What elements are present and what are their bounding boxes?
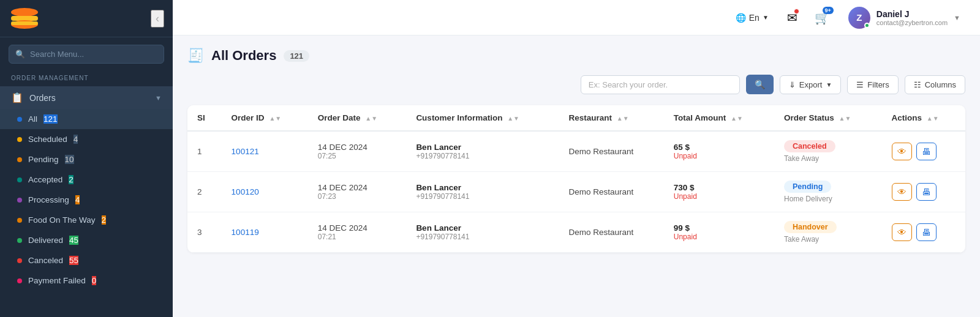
col-si: SI xyxy=(187,105,222,131)
cell-restaurant: Demo Restaurant xyxy=(559,131,664,172)
filters-button[interactable]: ☰ Filters xyxy=(847,75,898,94)
cell-order-date: 14 DEC 2024 07:21 xyxy=(308,212,407,253)
scheduled-label: Scheduled xyxy=(28,135,67,144)
delivered-badge: 45 xyxy=(69,236,78,245)
sidebar-item-pending[interactable]: Pending 10 xyxy=(0,149,173,170)
table-row: 1 100121 14 DEC 2024 07:25 Ben Lancer +9… xyxy=(187,131,965,172)
cart-button[interactable]: 🛒 9+ xyxy=(811,7,834,29)
canceled-label: Canceled xyxy=(28,256,63,265)
table-row: 2 100120 14 DEC 2024 07:23 Ben Lancer +9… xyxy=(187,172,965,212)
order-date-value: 14 DEC 2024 xyxy=(318,143,397,152)
cell-actions: 👁 🖶 xyxy=(882,172,965,212)
svg-rect-3 xyxy=(11,21,38,25)
sort-icon: ▲▼ xyxy=(617,115,629,122)
food-on-the-way-dot-icon xyxy=(17,218,22,223)
order-status-badge: Handover xyxy=(784,221,837,233)
order-time-value: 07:23 xyxy=(318,192,397,201)
user-menu[interactable]: Z Daniel J contact@zybertron.com ▼ xyxy=(843,4,965,31)
nav-orders-group: 📋 Orders ▼ All 121 Scheduled 4 Pending 1… xyxy=(0,84,173,293)
cell-actions: 👁 🖶 xyxy=(882,212,965,253)
delivered-dot-icon xyxy=(17,238,22,243)
col-restaurant: Restaurant ▲▼ xyxy=(559,105,664,131)
canceled-badge: 55 xyxy=(69,256,78,265)
print-order-button[interactable]: 🖶 xyxy=(916,143,937,160)
cell-order-id: 100120 xyxy=(222,172,308,212)
order-date-value: 14 DEC 2024 xyxy=(318,183,397,192)
sort-icon: ▲▼ xyxy=(839,115,851,122)
notifications-button[interactable]: ✉ xyxy=(783,7,801,29)
customer-phone: +919790778141 xyxy=(416,192,549,201)
search-menu-input[interactable] xyxy=(30,50,157,59)
order-id-link[interactable]: 100121 xyxy=(232,147,259,156)
print-order-button[interactable]: 🖶 xyxy=(916,223,937,241)
cell-order-id: 100121 xyxy=(222,131,308,172)
sidebar-item-canceled[interactable]: Canceled 55 xyxy=(0,250,173,270)
view-order-button[interactable]: 👁 xyxy=(892,223,912,241)
payment-status: Unpaid xyxy=(674,233,764,241)
svg-point-0 xyxy=(11,8,38,17)
cell-order-status: Pending Home Delivery xyxy=(774,172,882,212)
sidebar: ‹ 🔍 ORDER MANAGEMENT 📋 Orders ▼ All 121 … xyxy=(0,0,173,317)
view-order-button[interactable]: 👁 xyxy=(892,143,912,160)
sidebar-collapse-button[interactable]: ‹ xyxy=(151,10,164,28)
cell-order-status: Canceled Take Away xyxy=(774,131,882,172)
orders-icon: 📋 xyxy=(11,92,23,103)
sidebar-item-scheduled[interactable]: Scheduled 4 xyxy=(0,129,173,149)
cell-customer-info: Ben Lancer +919790778141 xyxy=(406,172,559,212)
search-icon: 🔍 xyxy=(15,50,25,59)
flag-icon: 🌐 xyxy=(736,13,746,23)
customer-name: Ben Lancer xyxy=(416,183,549,192)
print-order-button[interactable]: 🖶 xyxy=(916,183,937,201)
payment-failed-dot-icon xyxy=(17,278,22,283)
sidebar-header: ‹ xyxy=(0,0,173,37)
col-order-id: Order ID ▲▼ xyxy=(222,105,308,131)
sidebar-item-food-on-the-way[interactable]: Food On The Way 2 xyxy=(0,210,173,230)
sidebar-item-all[interactable]: All 121 xyxy=(0,109,173,129)
col-customer-info: Customer Information ▲▼ xyxy=(406,105,559,131)
canceled-dot-icon xyxy=(17,258,22,263)
cell-order-status: Handover Take Away xyxy=(774,212,882,253)
order-id-link[interactable]: 100119 xyxy=(232,228,259,237)
sidebar-item-processing[interactable]: Processing 4 xyxy=(0,190,173,210)
view-order-button[interactable]: 👁 xyxy=(892,183,912,201)
cell-order-date: 14 DEC 2024 07:25 xyxy=(308,131,407,172)
nav-item-orders[interactable]: 📋 Orders ▼ xyxy=(0,86,173,109)
customer-name: Ben Lancer xyxy=(416,143,549,152)
sidebar-item-delivered[interactable]: Delivered 45 xyxy=(0,230,173,250)
search-button[interactable]: 🔍 xyxy=(746,75,774,94)
order-time-value: 07:25 xyxy=(318,152,397,160)
user-info: Daniel J contact@zybertron.com xyxy=(876,9,948,26)
orders-table: SI Order ID ▲▼ Order Date ▲▼ Customer In… xyxy=(187,105,965,253)
cell-si: 3 xyxy=(187,212,222,253)
accepted-label: Accepted xyxy=(28,175,62,184)
user-name: Daniel J xyxy=(876,9,948,19)
order-id-link[interactable]: 100120 xyxy=(232,187,259,196)
cell-restaurant: Demo Restaurant xyxy=(559,172,664,212)
customer-name: Ben Lancer xyxy=(416,223,549,233)
cart-count-badge: 9+ xyxy=(823,7,834,14)
main-content: 🧾 All Orders 121 🔍 ⇓ Export ▼ ☰ Filters … xyxy=(173,35,980,317)
sort-icon: ▲▼ xyxy=(927,115,939,122)
filter-icon: ☰ xyxy=(856,80,864,89)
cell-order-id: 100119 xyxy=(222,212,308,253)
page-title: All Orders xyxy=(211,48,276,64)
delivery-type: Home Delivery xyxy=(784,195,872,203)
topbar: 🌐 En ▼ ✉ 🛒 9+ Z Daniel J contact@zybertr… xyxy=(173,0,980,35)
language-selector[interactable]: 🌐 En ▼ xyxy=(731,10,774,25)
order-search-input[interactable] xyxy=(589,80,732,89)
user-email: contact@zybertron.com xyxy=(876,19,948,26)
cell-si: 1 xyxy=(187,131,222,172)
cell-actions: 👁 🖶 xyxy=(882,131,965,172)
online-indicator xyxy=(864,23,870,28)
accepted-dot-icon xyxy=(17,177,22,182)
columns-button[interactable]: ☷ Columns xyxy=(905,75,965,94)
sidebar-item-accepted[interactable]: Accepted 2 xyxy=(0,170,173,190)
page-header: 🧾 All Orders 121 xyxy=(187,48,965,64)
sidebar-item-payment-failed[interactable]: Payment Failed 0 xyxy=(0,270,173,291)
pending-dot-icon xyxy=(17,157,22,162)
order-time-value: 07:21 xyxy=(318,233,397,241)
processing-badge: 4 xyxy=(75,195,80,204)
export-button[interactable]: ⇓ Export ▼ xyxy=(780,75,841,94)
pending-badge: 10 xyxy=(65,155,74,164)
svg-rect-1 xyxy=(11,16,38,21)
